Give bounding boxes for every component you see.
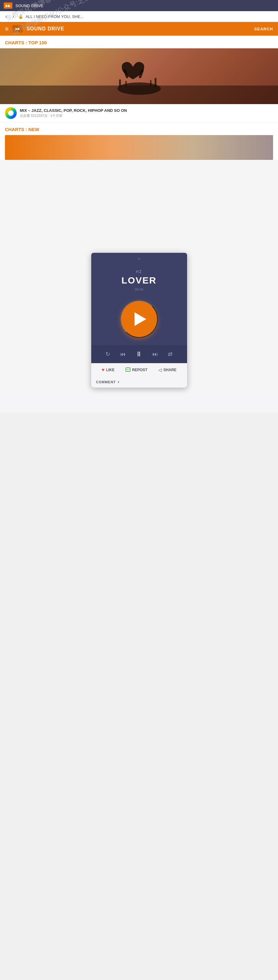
- pause-button[interactable]: ⏸: [136, 350, 142, 358]
- next-button[interactable]: ⏭: [152, 351, 158, 358]
- play-button[interactable]: [121, 301, 158, 338]
- repost-icon: [126, 368, 131, 373]
- charts-top-section: CHARTS : TOP 100: [0, 36, 278, 45]
- player-song-info: HZ LOVER 00:04: [91, 267, 187, 298]
- shuffle-button[interactable]: ⇄: [168, 351, 172, 358]
- nav-back-button[interactable]: ‹: [4, 13, 8, 20]
- track-avatar: [5, 107, 17, 119]
- track-avatar-inner: [8, 110, 14, 116]
- hero-image[interactable]: [0, 48, 278, 104]
- player-title: LOVER: [97, 275, 181, 286]
- player-wrapper: ˅ HZ LOVER 00:04 ↻ ⏮ ⏸ ⏭ ⇄ ♥ LIKE: [0, 247, 278, 394]
- charts-new-title: CHARTS : NEW: [5, 127, 273, 132]
- svg-point-0: [117, 83, 161, 95]
- content-spacer: [0, 160, 278, 247]
- browser-logo: ▶▶: [4, 3, 13, 9]
- search-button[interactable]: SEARCH: [254, 27, 273, 31]
- player-controls: ↻ ⏮ ⏸ ⏭ ⇄: [91, 345, 187, 363]
- main-content: CHARTS : TOP 100 MIX – JAZZ, CLASSIC,: [0, 36, 278, 160]
- share-button[interactable]: ◁ SHARE: [158, 368, 176, 372]
- repost-label: REPOST: [132, 368, 147, 372]
- player-chevron-area: ˅: [91, 253, 187, 267]
- track-meta: 点击量 5212337次 · 1个月前: [20, 113, 273, 118]
- repost-button[interactable]: REPOST: [126, 368, 147, 373]
- player-actions: ♥ LIKE REPOST ◁ SHARE: [91, 363, 187, 377]
- browser-title: SOUND DRIVE: [16, 3, 43, 8]
- svg-rect-3: [119, 79, 121, 87]
- charts-top-title: CHARTS : TOP 100: [5, 40, 273, 45]
- like-icon: ♥: [101, 367, 104, 373]
- share-label: SHARE: [163, 368, 176, 372]
- nav-forward-button[interactable]: ›: [11, 13, 16, 20]
- comment-label[interactable]: COMMENT ▼: [96, 380, 182, 384]
- browser-chrome: ▶▶ SOUND DRIVE: [0, 0, 278, 11]
- charts-new-section: CHARTS : NEW: [0, 123, 278, 160]
- track-details: MIX – JAZZ, CLASSIC, POP, ROCK, HIPHOP A…: [20, 108, 273, 118]
- repeat-button[interactable]: ↻: [106, 351, 110, 358]
- player-artist: HZ: [97, 270, 181, 274]
- svg-rect-6: [125, 81, 127, 86]
- hero-silhouette: [117, 57, 161, 95]
- svg-rect-5: [150, 80, 152, 86]
- track-info: MIX – JAZZ, CLASSIC, POP, ROCK, HIPHOP A…: [0, 104, 278, 123]
- share-icon: ◁: [158, 368, 162, 372]
- comment-arrow-icon: ▼: [117, 380, 120, 384]
- app-title: SOUND DRIVE: [27, 26, 251, 32]
- url-bar[interactable]: ALL I NEED FROM YOU, SHE...: [26, 14, 84, 19]
- app-header: ≡ ▶▶ SOUND DRIVE SEARCH: [0, 22, 278, 36]
- hamburger-button[interactable]: ≡: [5, 26, 9, 32]
- bottom-area: [0, 394, 278, 412]
- play-icon: [134, 312, 146, 326]
- player-card: ˅ HZ LOVER 00:04 ↻ ⏮ ⏸ ⏭ ⇄ ♥ LIKE: [91, 253, 187, 388]
- comment-section[interactable]: COMMENT ▼: [91, 377, 187, 388]
- svg-rect-4: [155, 78, 156, 87]
- player-time: 00:04: [97, 288, 181, 291]
- chevron-down-icon[interactable]: ˅: [137, 257, 141, 265]
- track-name: MIX – JAZZ, CLASSIC, POP, ROCK, HIPHOP A…: [20, 108, 273, 113]
- prev-button[interactable]: ⏮: [120, 351, 126, 358]
- player-play-area: [91, 298, 187, 345]
- lock-icon: 🔒: [18, 14, 23, 19]
- like-label: LIKE: [106, 368, 114, 372]
- address-bar: ‹ › 🔒 ALL I NEED FROM YOU, SHE...: [0, 11, 278, 22]
- like-button[interactable]: ♥ LIKE: [101, 367, 114, 373]
- charts-new-hero: [5, 135, 273, 160]
- header-logo: ▶▶: [13, 25, 23, 33]
